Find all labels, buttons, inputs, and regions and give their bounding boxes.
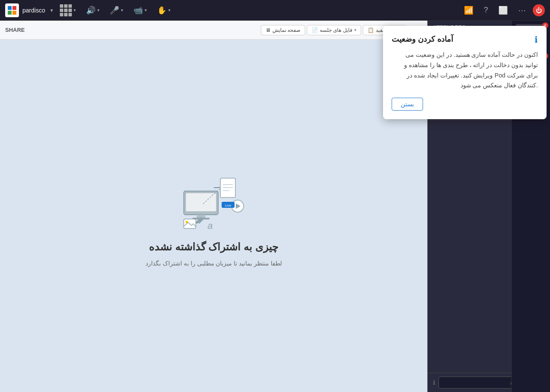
share-toolbar: SHARE 🖥 صفحه نمایش 📄 فایل های جلسه ▾ 📋 ت… [0,21,427,40]
share-content: Live a چیزی به اشتراک گذاشته نشده لطفا م… [0,40,427,392]
svg-text:a: a [207,220,213,231]
app-name: pardisco [22,7,45,14]
grid-icon [60,4,72,16]
svg-rect-0 [8,6,12,10]
svg-rect-5 [186,193,216,211]
whiteboard-icon: 📋 [368,27,374,33]
audio-control[interactable]: 🔊 ▾ [83,4,103,17]
svg-rect-1 [12,6,16,10]
popup-close-button[interactable]: بستن [392,98,423,111]
svg-rect-2 [8,11,12,15]
popup-bottom: بستن [392,98,538,111]
share-main-text: چیزی به اشتراک گذاشته نشده [149,241,278,253]
more-options-icon[interactable]: ⋯ [515,4,529,17]
files-chevron: ▾ [354,28,356,32]
share-sub-text: لطفا منتظر بمانید تا میزبان مطلبی را به … [145,260,282,267]
raise-hand-control[interactable]: ✋ ▾ [154,4,174,17]
popup-body: اکنون در حالت آماده سازی هستید. در این و… [392,50,538,91]
end-call-button[interactable]: ⏻ [533,4,545,16]
video-control[interactable]: 📹 ▾ [130,4,150,17]
files-share-button[interactable]: 📄 فایل های جلسه ▾ [307,25,361,35]
signal-icon: 📶 [460,4,477,17]
app-logo [5,3,19,17]
topbar: pardisco ▾ ▾ 🔊 ▾ 🎤 ▾ 📹 ▾ ✋ ▾ 📶 ? ⬜ ⋯ ⏻ [0,0,550,21]
svg-rect-3 [12,11,16,15]
popup-info-icon: ℹ [535,34,538,45]
share-illustration: Live a [171,165,257,234]
screen-icon: 🖥 [266,27,271,33]
screen-share-button[interactable]: 🖥 صفحه نمایش [261,25,305,35]
popup-title: آماده کردن وضعیت [392,34,453,44]
app-name-chevron[interactable]: ▾ [50,7,53,13]
grid-menu[interactable]: ▾ [56,3,79,18]
popup-header: آماده کردن وضعیت ℹ [392,34,538,45]
svg-text:Live: Live [225,204,231,207]
popup-overlay: آماده کردن وضعیت ℹ اکنون در حالت آماده س… [383,26,547,119]
help-icon[interactable]: ? [480,4,491,16]
mic-control[interactable]: 🎤 ▾ [106,4,127,17]
screen-share-icon[interactable]: ⬜ [495,4,511,17]
file-icon: 📄 [312,27,318,33]
share-label: SHARE [5,27,259,33]
share-panel: SHARE 🖥 صفحه نمایش 📄 فایل های جلسه ▾ 📋 ت… [0,21,427,392]
chat-info-icon: ℹ [433,379,435,386]
